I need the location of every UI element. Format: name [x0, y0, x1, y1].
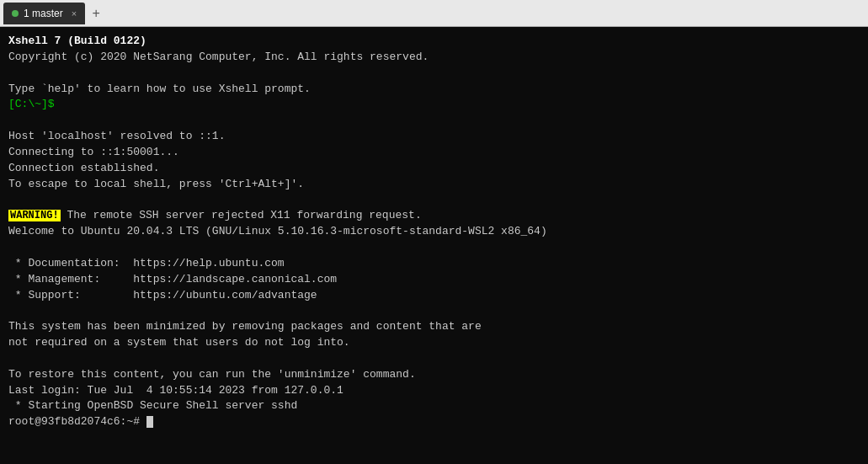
- tab-add-button[interactable]: +: [87, 4, 105, 23]
- terminal-line: Host 'localhost' resolved to ::1.: [8, 129, 860, 145]
- terminal-line: [8, 192, 860, 208]
- title-bar: 1 master × +: [0, 0, 868, 27]
- terminal-line: [8, 113, 860, 129]
- terminal-line: Copyright (c) 2020 NetSarang Computer, I…: [8, 50, 860, 66]
- terminal-line: This system has been minimized by removi…: [8, 319, 860, 335]
- terminal-line: * Support: https://ubuntu.com/advantage: [8, 288, 860, 304]
- terminal-input-line[interactable]: root@93fb8d2074c6:~#: [8, 414, 860, 430]
- terminal-line: Last login: Tue Jul 4 10:55:14 2023 from…: [8, 383, 860, 399]
- terminal-cursor: [146, 416, 153, 428]
- tab-label: 1 master: [24, 8, 63, 19]
- terminal-line: Xshell 7 (Build 0122): [8, 34, 860, 50]
- tab-close-button[interactable]: ×: [72, 8, 77, 19]
- terminal-warning-line: WARNING! The remote SSH server rejected …: [8, 208, 860, 224]
- terminal-line: To restore this content, you can run the…: [8, 367, 860, 383]
- terminal-line: * Management: https://landscape.canonica…: [8, 272, 860, 288]
- terminal-line: [8, 303, 860, 319]
- terminal-line: Type `help' to learn how to use Xshell p…: [8, 82, 860, 98]
- tab-status-dot: [12, 10, 19, 17]
- terminal-line: * Documentation: https://help.ubuntu.com: [8, 256, 860, 272]
- terminal-line: [8, 240, 860, 256]
- terminal-line: Connection established.: [8, 161, 860, 177]
- tab-master[interactable]: 1 master ×: [3, 3, 85, 24]
- terminal-line: Connecting to ::1:50001...: [8, 145, 860, 161]
- terminal-output[interactable]: Xshell 7 (Build 0122) Copyright (c) 2020…: [0, 27, 868, 464]
- terminal-line: Welcome to Ubuntu 20.04.3 LTS (GNU/Linux…: [8, 224, 860, 240]
- terminal-prompt-line: [C:\~]$: [8, 97, 860, 113]
- terminal-line: not required on a system that users do n…: [8, 335, 860, 351]
- terminal-line: To escape to local shell, press 'Ctrl+Al…: [8, 177, 860, 193]
- terminal-line: [8, 66, 860, 82]
- terminal-line: * Starting OpenBSD Secure Shell server s…: [8, 398, 860, 414]
- warning-badge: WARNING!: [8, 210, 61, 221]
- terminal-line: [8, 351, 860, 367]
